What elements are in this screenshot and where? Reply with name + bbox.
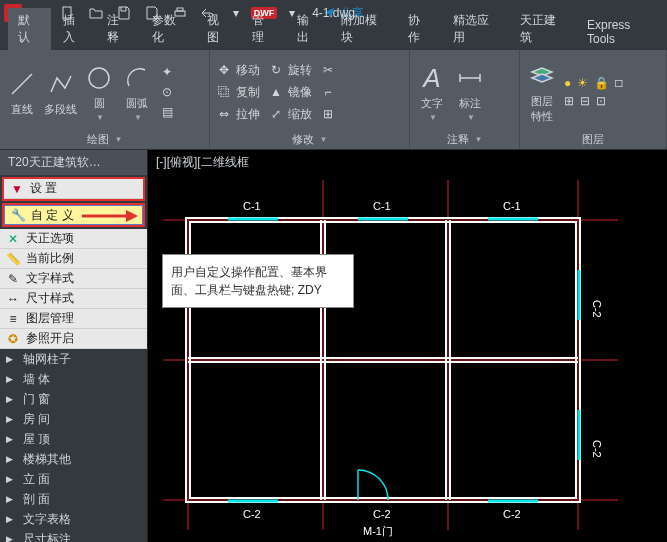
tab-insert[interactable]: 插入	[53, 8, 96, 50]
expand-icon: ▶	[6, 454, 13, 464]
layer-props-button[interactable]: 图层 特性	[526, 60, 558, 124]
ribbon-group-draw: 直线 多段线 圆▼ 圆弧▼ ✦ ⊙ ▤ 绘图▼	[0, 50, 210, 149]
tree-item-texttable[interactable]: ▶文字表格	[0, 509, 147, 529]
stretch-icon: ⇔	[216, 106, 232, 122]
layer-tool-icon[interactable]: ⊞	[564, 94, 574, 108]
line-icon	[6, 68, 38, 100]
fillet-button[interactable]: ⌐	[320, 82, 336, 102]
expand-icon: ▶	[6, 354, 13, 364]
side-panel-title: T20天正建筑软…	[0, 150, 147, 175]
move-icon: ✥	[216, 62, 232, 78]
refopen-item[interactable]: ✪参照开启	[0, 329, 147, 349]
svg-text:C-1: C-1	[373, 200, 391, 212]
dimstyle-item[interactable]: ↔尺寸样式	[0, 289, 147, 309]
tab-parametric[interactable]: 参数化	[142, 8, 196, 50]
drawing-canvas[interactable]: [-][俯视][二维线框	[148, 150, 667, 542]
text-button[interactable]: A 文字▼	[416, 62, 448, 122]
scale-button[interactable]: ⤢缩放	[268, 104, 312, 124]
expand-icon: ▶	[6, 394, 13, 404]
expand-icon: ▶	[6, 534, 13, 542]
array-button[interactable]: ⊞	[320, 104, 336, 124]
scale-item[interactable]: 📏当前比例	[0, 249, 147, 269]
tab-collab[interactable]: 协作	[398, 8, 441, 50]
array-icon: ⊞	[320, 106, 336, 122]
settings-item[interactable]: ▼ 设 置	[4, 179, 143, 199]
ruler-icon: 📏	[6, 252, 20, 266]
layer-tool-icon[interactable]: ⊡	[596, 94, 606, 108]
annotation-box-1: ▼ 设 置	[2, 177, 145, 201]
ribbon-group-modify: ✥移动 ↻旋转 ✂ ⿻复制 ▲镜像 ⌐ ⇔拉伸 ⤢缩放 ⊞ 修改▼	[210, 50, 410, 149]
tree-item-dim[interactable]: ▶尺寸标注	[0, 529, 147, 542]
arrow-annotation-icon	[82, 209, 138, 223]
trim-button[interactable]: ✂	[320, 60, 336, 80]
svg-text:C-2: C-2	[591, 440, 603, 458]
cross-icon: ✕	[6, 232, 20, 246]
expand-icon: ▶	[6, 414, 13, 424]
svg-text:C-1: C-1	[503, 200, 521, 212]
polyline-icon	[45, 68, 77, 100]
expand-icon: ▶	[6, 474, 13, 484]
tree-item-room[interactable]: ▶房 间	[0, 409, 147, 429]
tab-default[interactable]: 默认	[8, 8, 51, 50]
ribbon-group-annotate: A 文字▼ 标注▼ 注释▼	[410, 50, 520, 149]
floor-plan-drawing: C-1 C-1 C-1 C-2 C-2 C-2 C-2 C-2 M-1门	[148, 150, 667, 542]
tab-express[interactable]: Express Tools	[577, 14, 667, 50]
circle-button[interactable]: 圆▼	[83, 62, 115, 122]
sun-icon[interactable]: ☀	[577, 76, 588, 90]
layermgr-item[interactable]: ≡图层管理	[0, 309, 147, 329]
svg-line-3	[12, 74, 32, 94]
ribbon-tabs: 默认 插入 注释 参数化 视图 管理 输出 附加模块 协作 精选应用 天正建筑 …	[0, 26, 667, 50]
polyline-button[interactable]: 多段线	[44, 68, 77, 117]
tab-tangent[interactable]: 天正建筑	[510, 8, 575, 50]
tool-icon[interactable]: ⊙	[159, 84, 175, 100]
document-title: 4-1.dwg	[312, 6, 355, 20]
svg-point-4	[89, 68, 109, 88]
tab-manage[interactable]: 管理	[242, 8, 285, 50]
svg-text:C-2: C-2	[591, 300, 603, 318]
dim-icon: ↔	[6, 292, 20, 306]
expand-icon: ▶	[6, 514, 13, 524]
tool-icon[interactable]: ✦	[159, 64, 175, 80]
tree-item-stair[interactable]: ▶楼梯其他	[0, 449, 147, 469]
move-button[interactable]: ✥移动	[216, 60, 260, 80]
side-panel: T20天正建筑软… ▼ 设 置 🔧 自 定 义 ✕天正选项 📏当前比例 ✎文字样…	[0, 150, 148, 542]
textstyle-item[interactable]: ✎文字样式	[0, 269, 147, 289]
line-button[interactable]: 直线	[6, 68, 38, 117]
tree-item-axis[interactable]: ▶轴网柱子	[0, 349, 147, 369]
square-icon[interactable]: □	[615, 76, 622, 90]
ribbon-group-layers: 图层 特性 ● ☀ 🔒 □ ⊞ ⊟ ⊡ 图层	[520, 50, 667, 149]
layer-tool-icon[interactable]: ⊟	[580, 94, 590, 108]
hatch-icon[interactable]: ▤	[159, 104, 175, 120]
lock-icon[interactable]: 🔒	[594, 76, 609, 90]
ref-icon: ✪	[6, 332, 20, 346]
svg-text:C-2: C-2	[243, 508, 261, 520]
tab-view[interactable]: 视图	[197, 8, 240, 50]
svg-text:C-1: C-1	[243, 200, 261, 212]
tab-annotate[interactable]: 注释	[97, 8, 140, 50]
text-icon: ✎	[6, 272, 20, 286]
bulb-icon[interactable]: ●	[564, 76, 571, 90]
tree-item-elev[interactable]: ▶立 面	[0, 469, 147, 489]
dimension-button[interactable]: 标注▼	[454, 62, 486, 122]
circle-icon	[83, 62, 115, 94]
svg-text:M-1门: M-1门	[363, 525, 393, 537]
annotation-box-2: 🔧 自 定 义	[2, 203, 145, 227]
copy-button[interactable]: ⿻复制	[216, 82, 260, 102]
tree-item-wall[interactable]: ▶墙 体	[0, 369, 147, 389]
stretch-button[interactable]: ⇔拉伸	[216, 104, 260, 124]
trim-icon: ✂	[320, 62, 336, 78]
tz-option-item[interactable]: ✕天正选项	[0, 229, 147, 249]
svg-text:C-2: C-2	[503, 508, 521, 520]
layers-icon: ≡	[6, 312, 20, 326]
rotate-button[interactable]: ↻旋转	[268, 60, 312, 80]
arc-button[interactable]: 圆弧▼	[121, 62, 153, 122]
tree-item-roof[interactable]: ▶屋 顶	[0, 429, 147, 449]
tree-item-door[interactable]: ▶门 窗	[0, 389, 147, 409]
mirror-button[interactable]: ▲镜像	[268, 82, 312, 102]
tooltip: 用户自定义操作配置、基本界面、工具栏与键盘热键; ZDY	[162, 254, 354, 308]
tab-featured[interactable]: 精选应用	[443, 8, 508, 50]
custom-item[interactable]: 🔧 自 定 义	[4, 205, 143, 225]
rotate-icon: ↻	[268, 62, 284, 78]
tree-item-section[interactable]: ▶剖 面	[0, 489, 147, 509]
expand-icon: ▶	[6, 434, 13, 444]
